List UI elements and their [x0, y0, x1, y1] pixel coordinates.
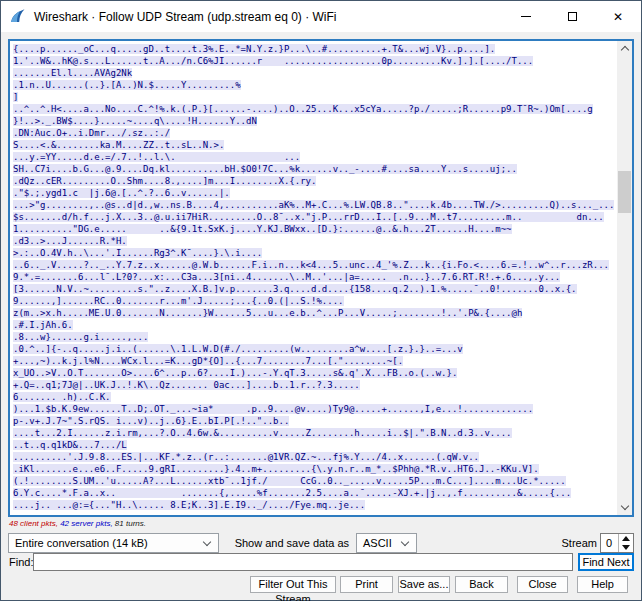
help-button[interactable]: Help	[577, 576, 628, 593]
close-button[interactable]: ✕	[595, 1, 641, 32]
stream-scrollbar[interactable]	[617, 41, 632, 515]
minimize-icon	[521, 16, 531, 17]
chevron-down-icon	[401, 537, 409, 545]
find-label: Find:	[9, 553, 33, 571]
print-button[interactable]: Print	[340, 576, 393, 593]
find-next-button[interactable]: Find Next	[578, 553, 634, 571]
follow-stream-window: Wireshark · Follow UDP Stream (udp.strea…	[0, 0, 642, 601]
back-button[interactable]: Back	[455, 576, 508, 593]
scrollbar-thumb[interactable]	[618, 171, 631, 213]
maximize-icon	[568, 12, 577, 21]
stream-content[interactable]: {....p......_oC...q.....gD..t....t.3%.E.…	[10, 41, 617, 515]
stream-label: Stream	[557, 533, 597, 553]
chevron-down-icon	[620, 502, 628, 510]
close-icon: ✕	[613, 11, 623, 23]
show-save-label: Show and save data as	[231, 533, 349, 553]
window-title: Wireshark · Follow UDP Stream (udp.strea…	[34, 10, 337, 24]
stream-stats: 48 client pkts, 42 server pkts, 81 turns…	[9, 519, 146, 528]
server-pkts-stat: 42 server pkts,	[58, 519, 113, 528]
close-dialog-button[interactable]: Close	[517, 576, 568, 593]
conversation-dropdown[interactable]: Entire conversation (14 kB)	[8, 533, 219, 553]
save-as-button[interactable]: Save as...	[398, 576, 450, 593]
stream-spinner-value: 0	[601, 534, 618, 552]
client-pkts-stat: 48 client pkts,	[9, 519, 58, 528]
stream-spinner[interactable]: 0	[600, 533, 634, 553]
spinner-up-button[interactable]	[619, 534, 633, 543]
turns-stat: 81 turns.	[113, 519, 146, 528]
minimize-button[interactable]	[503, 1, 549, 32]
conversation-dropdown-value: Entire conversation (14 kB)	[9, 537, 200, 549]
title-bar[interactable]: Wireshark · Follow UDP Stream (udp.strea…	[1, 1, 641, 32]
filter-out-stream-button[interactable]: Filter Out This Stream	[250, 576, 336, 593]
stream-box: {....p......_oC...q.....gD..t....t.3%.E.…	[8, 39, 634, 517]
find-input[interactable]	[33, 553, 573, 571]
triangle-up-icon	[622, 536, 630, 541]
maximize-button[interactable]	[549, 1, 595, 32]
scroll-down-button[interactable]	[617, 500, 632, 515]
scroll-up-button[interactable]	[617, 41, 632, 56]
chevron-up-icon	[620, 46, 628, 54]
chevron-down-icon	[203, 537, 211, 545]
format-dropdown[interactable]: ASCII	[356, 533, 417, 553]
format-dropdown-value: ASCII	[357, 537, 398, 549]
dialog-body: {....p......_oC...q.....gD..t....t.3%.E.…	[1, 32, 641, 600]
wireshark-icon	[10, 8, 27, 25]
spinner-down-button[interactable]	[619, 543, 633, 552]
triangle-down-icon	[622, 545, 630, 550]
